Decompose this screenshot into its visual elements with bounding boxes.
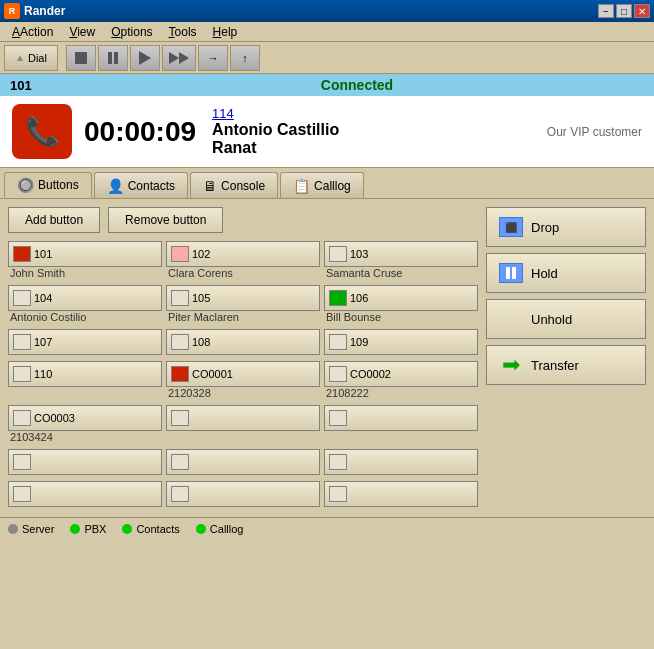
- toolbar-fastforward-button[interactable]: [162, 45, 196, 71]
- speed-dial-button[interactable]: [166, 405, 320, 431]
- speed-dial-button[interactable]: 109: [324, 329, 478, 355]
- maximize-button[interactable]: □: [616, 4, 632, 18]
- drop-button[interactable]: ⬛ Drop: [486, 207, 646, 247]
- speed-dial-id: 109: [350, 336, 368, 348]
- speed-dial-cell: 110: [8, 361, 162, 399]
- speed-dial-indicator: [13, 366, 31, 382]
- speed-dial-cell: CO00022108222: [324, 361, 478, 399]
- tab-contacts[interactable]: 👤 Contacts: [94, 172, 188, 198]
- speed-dial-name: Piter Maclaren: [166, 311, 320, 323]
- speed-dial-button[interactable]: 107: [8, 329, 162, 355]
- speed-dial-id: CO0001: [192, 368, 233, 380]
- toolbar-pause-button[interactable]: [98, 45, 128, 71]
- tab-contacts-label: Contacts: [128, 179, 175, 193]
- speed-dial-name: Bill Bounse: [324, 311, 478, 323]
- toolbar-play-button[interactable]: [130, 45, 160, 71]
- speed-dial-button[interactable]: CO0001: [166, 361, 320, 387]
- speed-dial-indicator: [329, 454, 347, 470]
- tab-calllog-label: Calllog: [314, 179, 351, 193]
- tab-calllog[interactable]: 📋 Calllog: [280, 172, 364, 198]
- hold-button[interactable]: Hold: [486, 253, 646, 293]
- tab-console-label: Console: [221, 179, 265, 193]
- speed-dial-indicator: [171, 366, 189, 382]
- menu-action[interactable]: AAction: [4, 23, 61, 41]
- main-content: Add button Remove button 101John Smith10…: [0, 199, 654, 517]
- close-button[interactable]: ✕: [634, 4, 650, 18]
- speed-dial-name: Antonio Costilio: [8, 311, 162, 323]
- speed-dial-indicator: [13, 454, 31, 470]
- speed-dial-cell: 108: [166, 329, 320, 355]
- speed-dial-cell: [166, 449, 320, 475]
- speed-dial-button[interactable]: 101: [8, 241, 162, 267]
- tab-console[interactable]: 🖥 Console: [190, 172, 278, 198]
- speed-dial-id: 108: [192, 336, 210, 348]
- speed-dial-button[interactable]: 106: [324, 285, 478, 311]
- toolbar-forward-button[interactable]: →: [198, 45, 228, 71]
- call-timer: 00:00:09: [84, 116, 196, 148]
- speed-dial-button[interactable]: [324, 405, 478, 431]
- menu-options[interactable]: Options: [103, 23, 160, 41]
- toolbar: ▲ Dial → ↑: [0, 42, 654, 74]
- speed-dial-button[interactable]: 108: [166, 329, 320, 355]
- speed-dial-button[interactable]: CO0003: [8, 405, 162, 431]
- speed-dial-indicator: [329, 410, 347, 426]
- speed-dial-id: 105: [192, 292, 210, 304]
- speed-dial-button[interactable]: CO0002: [324, 361, 478, 387]
- menu-help[interactable]: Help: [205, 23, 246, 41]
- speed-dial-id: 106: [350, 292, 368, 304]
- speed-dial-button[interactable]: 104: [8, 285, 162, 311]
- server-status: Server: [8, 523, 54, 535]
- minimize-button[interactable]: −: [598, 4, 614, 18]
- speed-dial-name: John Smith: [8, 267, 162, 279]
- tab-buttons[interactable]: 🔘 Buttons: [4, 172, 92, 198]
- drop-icon: ⬛: [497, 215, 525, 239]
- call-details: 114 Antonio Castillio Ranat: [212, 106, 547, 157]
- hold-icon: [497, 261, 525, 285]
- speed-dial-cell: CO00012120328: [166, 361, 320, 399]
- speed-dial-button[interactable]: [324, 481, 478, 507]
- speed-dial-id: 110: [34, 368, 52, 380]
- speed-dial-indicator: [171, 454, 189, 470]
- speed-dial-button[interactable]: 110: [8, 361, 162, 387]
- speed-dial-button[interactable]: [166, 481, 320, 507]
- unhold-button[interactable]: Unhold: [486, 299, 646, 339]
- calllog-tab-icon: 📋: [293, 178, 310, 194]
- connection-status: Connected: [70, 77, 644, 93]
- speed-dial-indicator: [171, 486, 189, 502]
- speed-dial-button[interactable]: [8, 481, 162, 507]
- toolbar-stop-button[interactable]: [66, 45, 96, 71]
- speed-dial-indicator: [171, 246, 189, 262]
- speed-dial-cell: [166, 481, 320, 507]
- toolbar-up-button[interactable]: ↑: [230, 45, 260, 71]
- server-status-dot: [8, 524, 18, 534]
- speed-dial-indicator: [329, 486, 347, 502]
- speed-dial-name: Clara Corens: [166, 267, 320, 279]
- app-icon: R: [4, 3, 20, 19]
- speed-dial-button[interactable]: 105: [166, 285, 320, 311]
- speed-dial-button[interactable]: [8, 449, 162, 475]
- speed-dial-cell: 104Antonio Costilio: [8, 285, 162, 323]
- speed-dial-button[interactable]: [166, 449, 320, 475]
- speed-dial-cell: [8, 481, 162, 507]
- speed-dial-id: CO0003: [34, 412, 75, 424]
- speed-dial-cell: CO00032103424: [8, 405, 162, 443]
- transfer-button[interactable]: ➡ Transfer: [486, 345, 646, 385]
- speed-dial-cell: 107: [8, 329, 162, 355]
- speed-dial-cell: 105Piter Maclaren: [166, 285, 320, 323]
- menu-tools[interactable]: Tools: [161, 23, 205, 41]
- title-bar: R Rander − □ ✕: [0, 0, 654, 22]
- speed-dial-cell: 103Samanta Cruse: [324, 241, 478, 279]
- dial-button[interactable]: ▲ Dial: [4, 45, 58, 71]
- tab-buttons-label: Buttons: [38, 178, 79, 192]
- caller-number[interactable]: 114: [212, 106, 547, 121]
- speed-dial-indicator: [13, 486, 31, 502]
- menu-view[interactable]: View: [61, 23, 103, 41]
- speed-dial-id: 103: [350, 248, 368, 260]
- add-button[interactable]: Add button: [8, 207, 100, 233]
- speed-dial-button[interactable]: [324, 449, 478, 475]
- remove-button[interactable]: Remove button: [108, 207, 223, 233]
- speed-dial-button[interactable]: 102: [166, 241, 320, 267]
- tab-bar: 🔘 Buttons 👤 Contacts 🖥 Console 📋 Calllog: [0, 168, 654, 199]
- button-actions: Add button Remove button: [8, 207, 478, 233]
- speed-dial-button[interactable]: 103: [324, 241, 478, 267]
